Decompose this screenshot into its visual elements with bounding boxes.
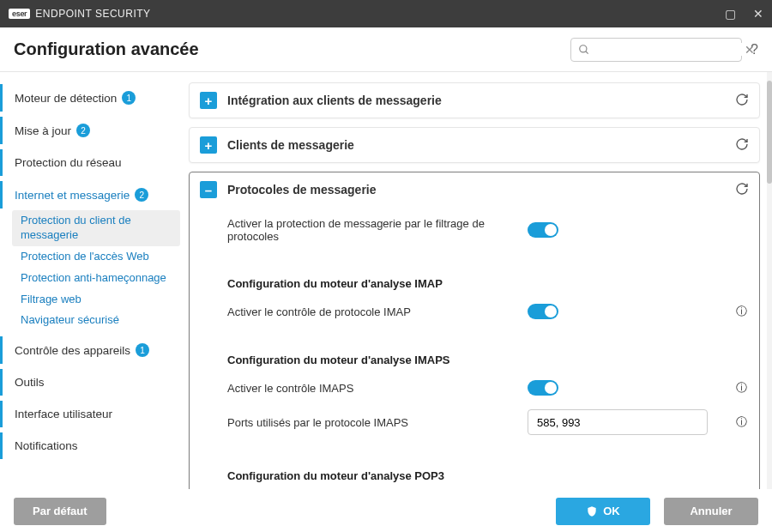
revert-icon[interactable] <box>735 182 749 198</box>
info-icon[interactable]: ⓘ <box>736 304 749 319</box>
svg-line-1 <box>586 51 588 53</box>
sidebar-subitem-web-access[interactable]: Protection de l'accès Web <box>12 246 180 268</box>
revert-icon[interactable] <box>735 93 749 109</box>
sidebar-item-ui[interactable]: Interface utilisateur <box>0 401 180 427</box>
scrollbar-thumb[interactable] <box>767 81 772 184</box>
sidebar-item-label: Contrôle des appareils <box>15 344 130 357</box>
window-maximize-icon[interactable]: ▢ <box>725 7 736 21</box>
panel-title: Protocoles de messagerie <box>227 183 377 196</box>
section-heading-imaps: Configuration du moteur d'analyse IMAPS <box>227 354 528 366</box>
footer: Par défaut OK Annuler <box>0 489 772 532</box>
panel-mail-protocols: – Protocoles de messagerie Activer la pr… <box>189 172 760 489</box>
sidebar-item-tools[interactable]: Outils <box>0 369 180 396</box>
app-brand: eser ENDPOINT SECURITY <box>9 8 151 20</box>
sidebar-item-label: Moteur de détection <box>15 92 117 105</box>
setting-enable-protocol-filter: Activer la protection de messagerie par … <box>227 210 749 250</box>
sidebar-item-device-control[interactable]: Contrôle des appareils 1 <box>0 336 180 364</box>
title-bar: eser ENDPOINT SECURITY ▢ ✕ <box>0 0 772 27</box>
sidebar-item-label: Outils <box>15 376 45 389</box>
sidebar-item-label: Notifications <box>15 439 78 452</box>
sidebar-subitem-secure-browser[interactable]: Navigateur sécurisé <box>12 310 180 331</box>
setting-imaps-enable: Activer le contrôle IMAPS ⓘ <box>227 373 749 402</box>
setting-label: Ports utilisés par le protocole IMAPS <box>227 416 528 429</box>
brand-name: ENDPOINT SECURITY <box>35 8 150 20</box>
sidebar-badge: 1 <box>122 91 136 105</box>
search-input[interactable] <box>590 43 745 56</box>
sidebar-subitem-web-filtering[interactable]: Filtrage web <box>12 289 180 311</box>
ok-label: OK <box>603 505 620 517</box>
window-close-icon[interactable]: ✕ <box>753 7 763 21</box>
svg-point-0 <box>580 45 587 51</box>
sidebar-item-notifications[interactable]: Notifications <box>0 432 180 459</box>
setting-imap-enable: Activer le contrôle de protocole IMAP ⓘ <box>227 297 749 326</box>
expand-icon: + <box>200 92 217 109</box>
panel-header[interactable]: + Intégration aux clients de messagerie <box>190 83 759 118</box>
sidebar-badge: 2 <box>135 188 148 202</box>
page-header: Configuration avancée ✕ ? <box>0 27 772 72</box>
shield-icon <box>586 505 598 517</box>
toggle-switch[interactable] <box>528 380 558 396</box>
panel-title: Clients de messagerie <box>227 138 354 152</box>
ports-input[interactable] <box>528 409 708 435</box>
sidebar-badge: 2 <box>76 124 90 137</box>
help-icon[interactable]: ? <box>751 42 758 57</box>
panel-title: Intégration aux clients de messagerie <box>227 94 442 107</box>
scrollbar[interactable] <box>767 72 772 489</box>
panel-body: Activer la protection de messagerie par … <box>190 207 759 489</box>
panel-mail-clients: + Clients de messagerie <box>189 127 760 163</box>
section-heading-imap: Configuration du moteur d'analyse IMAP <box>227 277 528 290</box>
panel-header[interactable]: – Protocoles de messagerie <box>190 172 759 207</box>
sidebar-item-detection-engine[interactable]: Moteur de détection 1 <box>0 84 180 112</box>
expand-icon: + <box>200 136 217 154</box>
page-title: Configuration avancée <box>14 39 199 59</box>
sidebar: Moteur de détection 1 Mise à jour 2 Prot… <box>0 72 180 489</box>
sidebar-item-label: Internet et messagerie <box>15 189 130 202</box>
brand-badge: eser <box>9 9 30 19</box>
sidebar-item-internet-mail[interactable]: Internet et messagerie 2 <box>0 181 180 209</box>
setting-label: Activer le contrôle IMAPS <box>227 382 528 395</box>
collapse-icon: – <box>200 181 217 198</box>
revert-icon[interactable] <box>735 137 749 154</box>
sidebar-subitem-mail-client-protection[interactable]: Protection du client de messagerie <box>12 210 180 246</box>
panel-mail-integration: + Intégration aux clients de messagerie <box>189 82 760 118</box>
cancel-button[interactable]: Annuler <box>664 498 758 525</box>
section-heading-pop3: Configuration du moteur d'analyse POP3 <box>227 469 528 482</box>
sidebar-item-label: Interface utilisateur <box>15 408 112 420</box>
sidebar-item-label: Mise à jour <box>15 124 71 137</box>
sidebar-subitem-antiphishing[interactable]: Protection anti-hameçonnage <box>12 268 180 289</box>
sidebar-item-update[interactable]: Mise à jour 2 <box>0 117 180 144</box>
search-icon <box>578 44 590 56</box>
info-icon[interactable]: ⓘ <box>736 380 749 396</box>
content-area: + Intégration aux clients de messagerie … <box>180 72 767 489</box>
panel-header[interactable]: + Clients de messagerie <box>190 128 759 162</box>
setting-label: Activer le contrôle de protocole IMAP <box>227 305 528 318</box>
sidebar-subitems: Protection du client de messagerie Prote… <box>0 210 180 331</box>
sidebar-badge: 1 <box>136 343 149 357</box>
setting-label: Activer la protection de messagerie par … <box>227 217 528 243</box>
info-icon[interactable]: ⓘ <box>736 414 749 430</box>
toggle-switch[interactable] <box>528 222 558 238</box>
setting-imaps-ports: Ports utilisés par le protocole IMAPS ⓘ <box>227 402 749 442</box>
toggle-switch[interactable] <box>528 304 558 319</box>
default-button[interactable]: Par défaut <box>14 498 106 525</box>
search-box[interactable]: ✕ <box>570 38 742 62</box>
sidebar-item-label: Protection du réseau <box>15 156 122 169</box>
sidebar-item-network-protection[interactable]: Protection du réseau <box>0 149 180 176</box>
window-controls: ▢ ✕ <box>725 7 763 21</box>
ok-button[interactable]: OK <box>556 498 650 525</box>
